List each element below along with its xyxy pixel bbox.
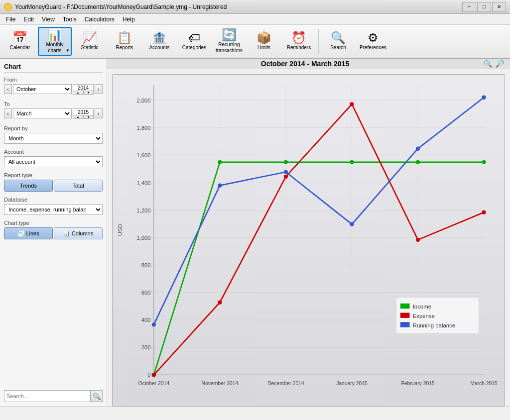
columns-button[interactable]: 📊 Columns: [54, 227, 103, 239]
income-dot-2: [284, 160, 288, 164]
preferences-label: Preferences: [360, 45, 386, 51]
rb-dot-1: [218, 183, 222, 187]
from-month-select[interactable]: JanuaryFebruaryMarch AprilMayJune JulyAu…: [13, 84, 72, 94]
menu-file[interactable]: File: [2, 15, 19, 24]
from-year-up[interactable]: ▲: [73, 91, 83, 95]
lines-button[interactable]: 📉 Lines: [4, 227, 53, 239]
lines-icon: 📉: [17, 230, 26, 236]
maximize-button[interactable]: □: [477, 2, 491, 12]
to-year-down[interactable]: ▼: [83, 115, 94, 119]
menu-help[interactable]: Help: [119, 15, 139, 24]
menu-edit[interactable]: Edit: [19, 15, 38, 24]
expense-dot-3: [350, 102, 354, 106]
to-prev-button[interactable]: ‹: [4, 108, 12, 118]
reports-icon: 📋: [117, 32, 132, 44]
income-dot-1: [218, 160, 222, 164]
menu-bar: File Edit View Tools Calculators Help: [0, 14, 510, 25]
income-dot-3: [350, 160, 354, 164]
toolbar-statistic[interactable]: 📈 Statistic: [73, 27, 107, 56]
database-section: Database Income, expense, running balan: [4, 197, 103, 215]
toolbar-limits[interactable]: 📦 Limits: [247, 27, 281, 56]
chart-zoom-controls: 🔍 🔎: [483, 59, 505, 69]
chart-area: October 2014 - March 2015 🔍 🔎: [107, 59, 510, 406]
to-year-up[interactable]: ▲: [73, 115, 83, 119]
from-prev-button[interactable]: ‹: [4, 84, 12, 94]
expense-dot-0: [152, 373, 156, 377]
to-section: To ‹ JanuaryFebruaryMarch AprilMayJune J…: [4, 101, 103, 120]
database-label: Database: [4, 197, 103, 203]
svg-text:October 2014: October 2014: [138, 381, 170, 386]
rb-dot-4: [416, 147, 420, 151]
svg-text:1,600: 1,600: [136, 152, 150, 158]
from-next-button[interactable]: ›: [95, 84, 103, 94]
minimize-button[interactable]: ─: [462, 2, 476, 12]
from-year-display: 2014 ▲ ▼: [73, 84, 94, 94]
toolbar-accounts[interactable]: 🏦 Accounts: [142, 27, 176, 56]
svg-text:2,000: 2,000: [136, 98, 150, 104]
from-label: From: [4, 77, 103, 83]
from-year-down[interactable]: ▼: [83, 91, 94, 95]
rb-dot-5: [482, 96, 486, 100]
report-by-label: Report by: [4, 125, 103, 131]
to-next-button[interactable]: ›: [95, 108, 103, 118]
chart-title: October 2014 - March 2015: [261, 60, 349, 68]
report-by-select[interactable]: Month Week Day: [4, 133, 103, 144]
close-button[interactable]: ✕: [492, 2, 506, 12]
accounts-label: Accounts: [149, 45, 169, 51]
toolbar-preferences[interactable]: ⚙ Preferences: [356, 27, 390, 56]
limits-icon: 📦: [256, 32, 271, 44]
title-bar: YourMoneyGuard - F:\Documents\YourMoneyG…: [0, 0, 510, 14]
window-title: YourMoneyGuard - F:\Documents\YourMoneyG…: [15, 3, 227, 10]
expense-dot-2: [284, 175, 288, 179]
menu-view[interactable]: View: [38, 15, 59, 24]
rb-dot-0: [152, 322, 156, 326]
toolbar-monthly-charts[interactable]: 📊 Monthly charts ▼: [38, 27, 72, 56]
recurring-label: Recurring transactions: [215, 42, 244, 54]
toolbar-recurring[interactable]: 🔄 Recurring transactions: [212, 27, 246, 56]
search-input[interactable]: [4, 390, 91, 402]
trends-button[interactable]: Trends: [4, 180, 53, 192]
to-year-display: 2015 ▲ ▼: [73, 108, 94, 118]
menu-tools[interactable]: Tools: [59, 15, 81, 24]
dropdown-arrow-icon: ▼: [66, 48, 70, 53]
legend-rb-color: [400, 322, 410, 327]
search-magnifier-icon: 🔍: [93, 393, 101, 400]
legend-expense-label: Expense: [413, 313, 435, 319]
legend-income-label: Income: [413, 304, 431, 310]
income-dot-5: [482, 160, 486, 164]
svg-text:1,000: 1,000: [136, 235, 150, 241]
reports-label: Reports: [116, 45, 133, 51]
svg-text:December 2014: December 2014: [267, 381, 304, 386]
svg-text:USD: USD: [117, 224, 123, 236]
report-by-section: Report by Month Week Day: [4, 125, 103, 144]
chart-type-buttons: 📉 Lines 📊 Columns: [4, 227, 103, 239]
rb-dot-2: [284, 170, 288, 174]
monthly-charts-icon: 📊: [47, 29, 62, 41]
database-select[interactable]: Income, expense, running balan: [4, 204, 103, 215]
app-icon: [4, 3, 12, 11]
report-type-buttons: Trends Total: [4, 180, 103, 192]
expense-dot-5: [482, 210, 486, 214]
search-button[interactable]: 🔍: [91, 390, 103, 402]
svg-text:600: 600: [141, 290, 151, 296]
toolbar-search[interactable]: 🔍 Search: [321, 27, 355, 56]
expense-dot-1: [218, 301, 222, 305]
recurring-icon: 🔄: [222, 29, 237, 41]
chart-content: 0 200 400 600 800 1,000 1,200 1,400: [107, 69, 510, 412]
zoom-out-button[interactable]: 🔎: [495, 59, 505, 69]
menu-calculators[interactable]: Calculators: [81, 15, 119, 24]
toolbar-reminders[interactable]: ⏰ Reminders: [282, 27, 316, 56]
from-date-row: ‹ JanuaryFebruaryMarch AprilMayJune July…: [4, 84, 103, 94]
total-button[interactable]: Total: [54, 180, 103, 192]
reminders-label: Reminders: [287, 45, 311, 51]
toolbar-categories[interactable]: 🏷 Categories: [177, 27, 211, 56]
reminders-icon: ⏰: [291, 32, 306, 44]
account-select[interactable]: All account: [4, 156, 103, 167]
zoom-in-button[interactable]: 🔍: [483, 59, 493, 69]
svg-text:March 2015: March 2015: [470, 381, 498, 386]
toolbar-calendar[interactable]: 📅 Calendar: [3, 27, 37, 56]
svg-text:400: 400: [141, 317, 151, 323]
categories-label: Categories: [182, 45, 206, 51]
to-month-select[interactable]: JanuaryFebruaryMarch AprilMayJune JulyAu…: [13, 108, 72, 118]
toolbar-reports[interactable]: 📋 Reports: [108, 27, 141, 56]
